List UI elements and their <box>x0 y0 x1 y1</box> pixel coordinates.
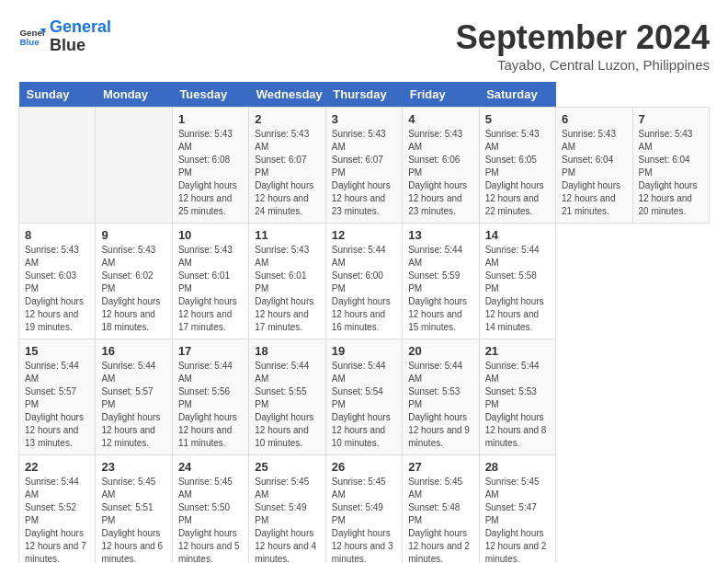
week-row-4: 22 Sunrise: 5:44 AM Sunset: 5:52 PM Dayl… <box>19 455 710 564</box>
day-info: Sunrise: 5:45 AM Sunset: 5:49 PM Dayligh… <box>255 476 319 563</box>
day-cell: 24 Sunrise: 5:45 AM Sunset: 5:50 PM Dayl… <box>172 455 248 564</box>
day-cell: 5 Sunrise: 5:43 AM Sunset: 6:05 PM Dayli… <box>479 108 555 224</box>
day-cell: 2 Sunrise: 5:43 AM Sunset: 6:07 PM Dayli… <box>249 108 325 224</box>
day-number: 8 <box>25 228 89 242</box>
day-cell: 19 Sunrise: 5:44 AM Sunset: 5:54 PM Dayl… <box>325 339 402 455</box>
day-info: Sunrise: 5:43 AM Sunset: 6:01 PM Dayligh… <box>255 244 319 334</box>
day-info: Sunrise: 5:43 AM Sunset: 6:05 PM Dayligh… <box>485 128 550 218</box>
day-cell: 4 Sunrise: 5:43 AM Sunset: 6:06 PM Dayli… <box>403 108 479 224</box>
day-number: 26 <box>332 460 396 474</box>
header: General Blue GeneralBlue September 2024 … <box>18 18 710 73</box>
day-cell: 22 Sunrise: 5:44 AM Sunset: 5:52 PM Dayl… <box>19 455 96 564</box>
day-number: 6 <box>562 112 626 126</box>
day-cell: 6 Sunrise: 5:43 AM Sunset: 6:04 PM Dayli… <box>556 108 632 224</box>
day-info: Sunrise: 5:44 AM Sunset: 6:00 PM Dayligh… <box>332 244 396 334</box>
title-area: September 2024 Tayabo, Central Luzon, Ph… <box>456 18 710 73</box>
svg-text:Blue: Blue <box>20 37 40 47</box>
day-cell: 25 Sunrise: 5:45 AM Sunset: 5:49 PM Dayl… <box>249 455 325 564</box>
day-number: 15 <box>25 344 89 358</box>
day-cell: 23 Sunrise: 5:45 AM Sunset: 5:51 PM Dayl… <box>96 455 172 564</box>
day-number: 3 <box>332 112 396 126</box>
day-number: 7 <box>639 112 704 126</box>
day-number: 25 <box>255 460 319 474</box>
col-header-sunday: Sunday <box>19 82 96 108</box>
day-number: 9 <box>101 228 165 242</box>
day-info: Sunrise: 5:44 AM Sunset: 5:52 PM Dayligh… <box>25 476 89 563</box>
day-cell: 13 Sunrise: 5:44 AM Sunset: 5:59 PM Dayl… <box>403 224 479 339</box>
day-cell: 10 Sunrise: 5:43 AM Sunset: 6:01 PM Dayl… <box>172 224 248 339</box>
day-number: 22 <box>25 460 89 474</box>
day-info: Sunrise: 5:44 AM Sunset: 5:55 PM Dayligh… <box>255 360 319 450</box>
day-info: Sunrise: 5:44 AM Sunset: 5:54 PM Dayligh… <box>332 360 396 450</box>
day-info: Sunrise: 5:43 AM Sunset: 6:06 PM Dayligh… <box>408 128 472 218</box>
day-number: 28 <box>485 460 550 474</box>
day-number: 17 <box>178 344 243 358</box>
day-cell <box>19 108 96 224</box>
week-row-1: 1 Sunrise: 5:43 AM Sunset: 6:08 PM Dayli… <box>19 108 710 224</box>
day-info: Sunrise: 5:43 AM Sunset: 6:04 PM Dayligh… <box>639 128 704 218</box>
logo-icon: General Blue <box>18 23 46 51</box>
day-number: 21 <box>485 344 550 358</box>
day-info: Sunrise: 5:43 AM Sunset: 6:01 PM Dayligh… <box>178 244 243 334</box>
day-number: 24 <box>178 460 243 474</box>
day-info: Sunrise: 5:43 AM Sunset: 6:08 PM Dayligh… <box>178 128 243 218</box>
day-cell: 8 Sunrise: 5:43 AM Sunset: 6:03 PM Dayli… <box>19 224 96 339</box>
day-cell: 9 Sunrise: 5:43 AM Sunset: 6:02 PM Dayli… <box>96 224 172 339</box>
day-info: Sunrise: 5:43 AM Sunset: 6:07 PM Dayligh… <box>255 128 319 218</box>
day-info: Sunrise: 5:45 AM Sunset: 5:47 PM Dayligh… <box>485 476 550 563</box>
day-info: Sunrise: 5:44 AM Sunset: 5:57 PM Dayligh… <box>101 360 165 450</box>
day-cell: 7 Sunrise: 5:43 AM Sunset: 6:04 PM Dayli… <box>632 108 710 224</box>
day-cell: 11 Sunrise: 5:43 AM Sunset: 6:01 PM Dayl… <box>249 224 325 339</box>
col-header-friday: Friday <box>403 82 479 108</box>
day-number: 5 <box>485 112 550 126</box>
day-cell: 18 Sunrise: 5:44 AM Sunset: 5:55 PM Dayl… <box>249 339 325 455</box>
day-cell: 28 Sunrise: 5:45 AM Sunset: 5:47 PM Dayl… <box>479 455 555 564</box>
month-title: September 2024 <box>456 18 710 57</box>
week-row-3: 15 Sunrise: 5:44 AM Sunset: 5:57 PM Dayl… <box>19 339 710 455</box>
day-number: 10 <box>178 228 243 242</box>
header-row: SundayMondayTuesdayWednesdayThursdayFrid… <box>19 82 710 108</box>
day-cell: 16 Sunrise: 5:44 AM Sunset: 5:57 PM Dayl… <box>96 339 172 455</box>
day-cell: 14 Sunrise: 5:44 AM Sunset: 5:58 PM Dayl… <box>479 224 555 339</box>
day-info: Sunrise: 5:44 AM Sunset: 5:56 PM Dayligh… <box>178 360 243 450</box>
day-cell: 21 Sunrise: 5:44 AM Sunset: 5:53 PM Dayl… <box>479 339 555 455</box>
day-cell: 20 Sunrise: 5:44 AM Sunset: 5:53 PM Dayl… <box>403 339 479 455</box>
day-number: 13 <box>408 228 472 242</box>
logo-text: GeneralBlue <box>50 18 111 55</box>
day-info: Sunrise: 5:44 AM Sunset: 5:59 PM Dayligh… <box>408 244 472 334</box>
day-info: Sunrise: 5:44 AM Sunset: 5:57 PM Dayligh… <box>25 360 89 450</box>
day-info: Sunrise: 5:43 AM Sunset: 6:04 PM Dayligh… <box>562 128 626 218</box>
day-number: 19 <box>332 344 396 358</box>
col-header-tuesday: Tuesday <box>172 82 248 108</box>
day-cell: 26 Sunrise: 5:45 AM Sunset: 5:49 PM Dayl… <box>325 455 402 564</box>
logo: General Blue GeneralBlue <box>18 18 111 55</box>
day-number: 16 <box>101 344 165 358</box>
week-row-2: 8 Sunrise: 5:43 AM Sunset: 6:03 PM Dayli… <box>19 224 710 339</box>
col-header-wednesday: Wednesday <box>249 82 325 108</box>
day-number: 12 <box>332 228 396 242</box>
day-info: Sunrise: 5:44 AM Sunset: 5:58 PM Dayligh… <box>485 244 550 334</box>
day-cell: 12 Sunrise: 5:44 AM Sunset: 6:00 PM Dayl… <box>325 224 402 339</box>
day-number: 20 <box>408 344 472 358</box>
day-info: Sunrise: 5:43 AM Sunset: 6:02 PM Dayligh… <box>101 244 165 334</box>
day-info: Sunrise: 5:45 AM Sunset: 5:48 PM Dayligh… <box>408 476 472 563</box>
col-header-saturday: Saturday <box>479 82 555 108</box>
day-number: 1 <box>178 112 243 126</box>
day-cell: 1 Sunrise: 5:43 AM Sunset: 6:08 PM Dayli… <box>172 108 248 224</box>
day-info: Sunrise: 5:44 AM Sunset: 5:53 PM Dayligh… <box>408 360 472 450</box>
day-info: Sunrise: 5:45 AM Sunset: 5:50 PM Dayligh… <box>178 476 243 563</box>
day-number: 14 <box>485 228 550 242</box>
day-number: 11 <box>255 228 319 242</box>
day-cell: 15 Sunrise: 5:44 AM Sunset: 5:57 PM Dayl… <box>19 339 96 455</box>
day-number: 18 <box>255 344 319 358</box>
day-cell: 17 Sunrise: 5:44 AM Sunset: 5:56 PM Dayl… <box>172 339 248 455</box>
location: Tayabo, Central Luzon, Philippines <box>456 57 710 73</box>
day-info: Sunrise: 5:45 AM Sunset: 5:51 PM Dayligh… <box>101 476 165 563</box>
col-header-monday: Monday <box>96 82 172 108</box>
day-cell: 3 Sunrise: 5:43 AM Sunset: 6:07 PM Dayli… <box>325 108 402 224</box>
day-number: 4 <box>408 112 472 126</box>
day-info: Sunrise: 5:45 AM Sunset: 5:49 PM Dayligh… <box>332 476 396 563</box>
day-number: 27 <box>408 460 472 474</box>
calendar-table: SundayMondayTuesdayWednesdayThursdayFrid… <box>18 82 710 563</box>
day-info: Sunrise: 5:44 AM Sunset: 5:53 PM Dayligh… <box>485 360 550 450</box>
